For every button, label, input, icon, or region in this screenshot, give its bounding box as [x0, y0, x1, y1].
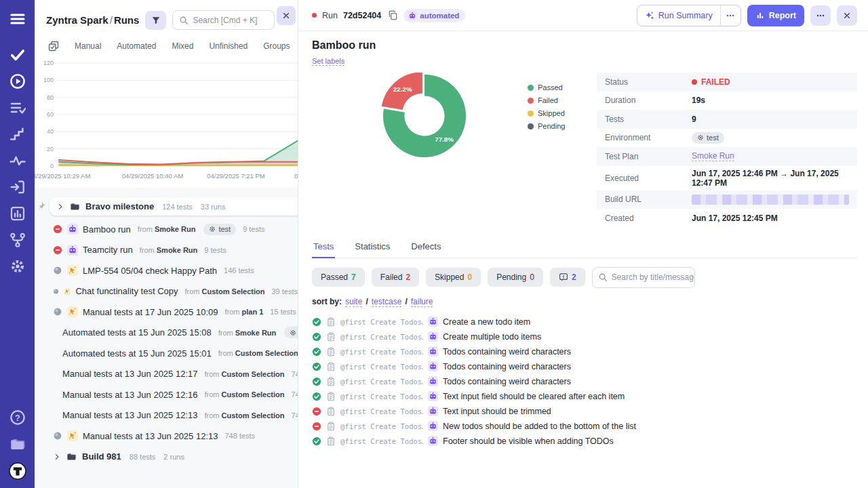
test-row[interactable]: @first Create Todos… Todos containing we… — [312, 344, 857, 359]
filter-failed[interactable]: Failed2 — [372, 268, 419, 287]
automated-test-icon — [428, 406, 438, 416]
automated-run-icon — [67, 245, 78, 256]
search-icon — [179, 16, 189, 25]
clipboard-icon — [326, 362, 336, 371]
tab-automated[interactable]: Automated — [117, 41, 156, 51]
analytics-nav-icon[interactable] — [9, 152, 26, 169]
branches-nav-icon[interactable] — [9, 232, 26, 248]
filter-pending[interactable]: Pending0 — [488, 268, 543, 287]
test-row[interactable]: @first Create Todos… Text input field sh… — [312, 389, 857, 404]
run-list-item[interactable]: Automated tests at 15 Jun 2025 15:01 fro… — [35, 343, 298, 364]
tab-statistics[interactable]: Statistics — [353, 237, 391, 258]
tests-search-input[interactable] — [612, 272, 695, 282]
tab-tests[interactable]: Tests — [312, 237, 335, 258]
settings-nav-icon[interactable] — [9, 258, 26, 274]
legend-item[interactable]: Pending — [528, 122, 565, 130]
copy-run-id-icon[interactable] — [388, 10, 398, 20]
clipboard-icon — [326, 332, 336, 342]
legend-item[interactable]: Failed — [528, 96, 565, 104]
automated-test-icon — [428, 376, 438, 386]
clipboard-icon — [326, 392, 336, 401]
status-failed-icon — [53, 224, 62, 234]
tab-defects[interactable]: Defects — [410, 237, 442, 258]
tab-groups[interactable]: Groups — [263, 41, 290, 51]
tests-search[interactable] — [592, 267, 695, 288]
filter-comments[interactable]: 2 — [550, 268, 585, 287]
reports-nav-icon[interactable] — [9, 205, 26, 222]
run-list-item[interactable]: Manual tests at 13 Jun 2025 12:17 from C… — [35, 364, 298, 385]
sort-by-failure[interactable]: failure — [411, 297, 433, 307]
folder-icon — [70, 201, 80, 211]
run-summary-more-button[interactable] — [720, 5, 741, 26]
more-actions-button[interactable] — [810, 5, 831, 26]
runs-search-input[interactable] — [193, 16, 268, 25]
run-summary-split-button: Run Summary — [637, 5, 741, 26]
run-summary-button[interactable]: Run Summary — [637, 5, 720, 26]
legend-dot — [528, 98, 534, 104]
sort-by-testcase[interactable]: testcase — [372, 297, 402, 307]
breadcrumb-project[interactable]: Zyntra Spark — [46, 14, 108, 26]
run-list-item[interactable]: Teamcity run from Smoke Run 9 tests — [35, 240, 298, 261]
automated-test-icon — [428, 346, 438, 357]
close-run-button[interactable] — [837, 5, 857, 26]
test-row[interactable]: @first Create Todos… Todos containing we… — [312, 374, 857, 389]
menu-icon[interactable] — [9, 11, 26, 27]
tab-mixed[interactable]: Mixed — [172, 41, 193, 51]
test-plan-link[interactable]: Smoke Run — [692, 151, 734, 161]
run-list-item[interactable]: Manual tests at 13 Jun 2025 12:13 from C… — [35, 405, 298, 426]
run-list-item[interactable]: Automated tests at 15 Jun 2025 15:08 fro… — [35, 323, 298, 344]
legend-item[interactable]: Skipped — [528, 109, 565, 117]
build-url-redacted — [692, 195, 849, 205]
test-passed-icon — [312, 436, 321, 446]
run-list-item[interactable]: Manual tests at 13 Jun 2025 12:13 748 te… — [35, 426, 298, 447]
svg-text:04/29/2025 7:21 PM: 04/29/2025 7:21 PM — [207, 172, 265, 180]
run-list-item[interactable]: Manual tests at 13 Jun 2025 12:16 from C… — [35, 384, 298, 405]
run-list-item[interactable]: LMP-554 05/04 check Happy Path 146 tests — [35, 260, 298, 281]
select-all-icon[interactable] — [48, 41, 59, 52]
clipboard-icon — [326, 317, 336, 327]
test-row[interactable]: @first Create Todos… Create a new todo i… — [312, 314, 857, 329]
robot-icon — [408, 11, 417, 20]
legend-item[interactable]: Passed — [528, 83, 565, 92]
test-row[interactable]: @first Create Todos… New todos should be… — [312, 419, 857, 434]
tab-unfinished[interactable]: Unfinished — [209, 41, 248, 51]
filter-passed[interactable]: Passed7 — [312, 268, 365, 287]
set-labels-link[interactable]: Set labels — [312, 57, 344, 66]
report-button[interactable]: Report — [747, 5, 804, 26]
runs-search[interactable] — [172, 10, 275, 30]
test-row[interactable]: @first Create Todos… Text input should b… — [312, 404, 857, 419]
svg-text:04/29/2025: 04/29/2025 — [294, 172, 298, 180]
test-row[interactable]: @first Create Todos… Create multiple tod… — [312, 329, 857, 344]
chevron-right-icon[interactable] — [56, 203, 64, 211]
projects-folder-icon[interactable] — [9, 436, 26, 452]
clipboard-icon — [326, 422, 336, 431]
automated-badge: automated — [403, 9, 465, 22]
automated-test-icon — [428, 421, 438, 431]
filter-skipped[interactable]: Skipped0 — [426, 268, 481, 287]
app-logo[interactable] — [9, 462, 26, 480]
run-list-item[interactable]: Chat functinality test Copy from Custom … — [35, 281, 298, 302]
milestone-group-row[interactable]: Bravo milestone 124 tests 33 runs — [50, 197, 298, 216]
run-list-item[interactable]: Manual tests at 17 Jun 2025 10:09 from p… — [35, 302, 298, 323]
sort-by-suite[interactable]: suite — [345, 297, 362, 307]
tests-nav-icon[interactable] — [9, 47, 26, 63]
milestone-title: Bravo milestone — [85, 201, 154, 211]
filter-button[interactable] — [145, 11, 166, 30]
milestone-runs-count: 33 runs — [201, 203, 226, 211]
environment-badge: test — [284, 327, 298, 338]
automated-test-icon — [428, 361, 438, 371]
chevron-right-icon[interactable] — [53, 453, 61, 461]
test-row[interactable]: @first Create Todos… Footer should be vi… — [312, 434, 857, 449]
steps-nav-icon[interactable] — [9, 126, 26, 142]
help-icon[interactable] — [9, 409, 26, 426]
runs-nav-icon[interactable] — [9, 73, 26, 89]
test-row[interactable]: @first Create Todos… Todos containing we… — [312, 359, 857, 374]
clipboard-icon — [326, 377, 336, 386]
close-panel-button[interactable] — [277, 6, 296, 25]
test-failed-icon — [312, 422, 321, 431]
test-plans-nav-icon[interactable] — [9, 100, 26, 116]
build-group-row[interactable]: Build 981 88 tests 2 runs — [35, 447, 298, 467]
import-nav-icon[interactable] — [9, 179, 26, 195]
run-list-item[interactable]: Bamboo run from Smoke Run test 9 tests — [35, 219, 298, 240]
tab-manual[interactable]: Manual — [75, 41, 101, 51]
